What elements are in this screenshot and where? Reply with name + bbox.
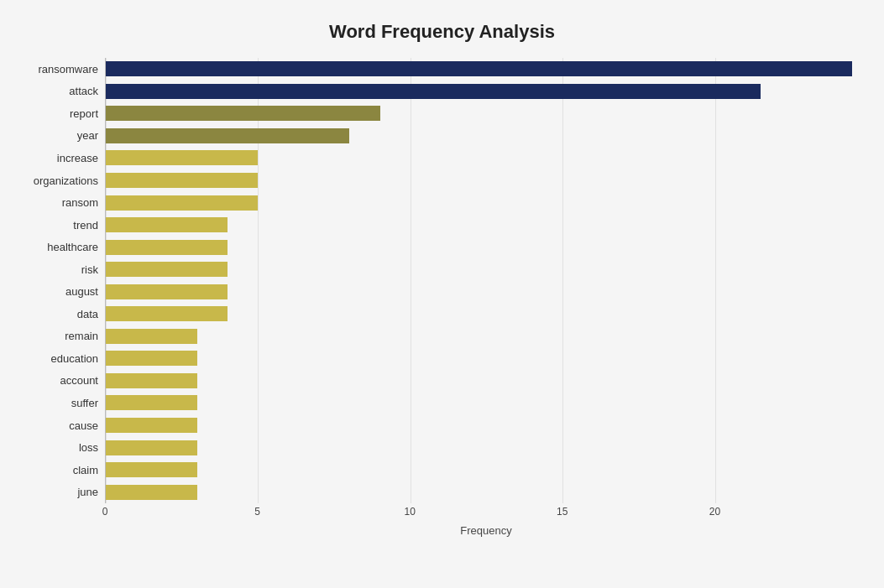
bar-education: [106, 351, 197, 366]
bar-account: [106, 373, 197, 388]
bar-august: [106, 284, 228, 299]
bar-row: [106, 171, 867, 190]
bar-row: [106, 304, 867, 323]
bar-row: [106, 104, 867, 122]
x-tick: 20: [709, 506, 720, 518]
x-tick: 5: [254, 506, 260, 518]
bar-row: [106, 194, 867, 212]
y-label-remain: remain: [65, 327, 98, 346]
bar-row: [106, 327, 867, 346]
bar-row: [106, 483, 867, 502]
bar-ransom: [106, 195, 258, 211]
y-label-year: year: [77, 127, 98, 145]
bar-cause: [106, 418, 197, 433]
bar-row: [106, 60, 867, 78]
bar-report: [106, 106, 380, 121]
bar-ransomware: [106, 61, 852, 76]
y-axis: ransomwareattackreportyearincreaseorgani…: [17, 58, 105, 503]
bar-row: [106, 82, 867, 101]
y-label-healthcare: healthcare: [47, 238, 98, 257]
chart-container: Word Frequency Analysis ransomwareattack…: [0, 0, 884, 588]
y-label-cause: cause: [69, 416, 98, 434]
bar-june: [106, 485, 197, 500]
y-label-account: account: [60, 372, 98, 390]
bar-risk: [106, 262, 228, 277]
y-label-data: data: [77, 304, 98, 323]
bar-row: [106, 393, 867, 412]
y-label-report: report: [70, 104, 98, 122]
y-label-claim: claim: [73, 461, 98, 479]
y-label-ransom: ransom: [62, 194, 98, 212]
chart-title: Word Frequency Analysis: [17, 17, 867, 43]
bar-row: [106, 416, 867, 434]
bar-row: [106, 349, 867, 367]
y-label-risk: risk: [81, 260, 98, 278]
y-label-august: august: [65, 283, 98, 301]
y-label-education: education: [51, 349, 98, 367]
bar-row: [106, 283, 867, 301]
y-label-organizations: organizations: [34, 171, 98, 190]
x-tick: 0: [102, 506, 108, 518]
bar-row: [106, 238, 867, 257]
bar-row: [106, 372, 867, 390]
bar-suffer: [106, 395, 197, 410]
y-label-attack: attack: [69, 82, 98, 101]
bar-row: [106, 461, 867, 479]
bar-row: [106, 216, 867, 234]
bar-remain: [106, 329, 197, 344]
x-tick: 15: [557, 506, 568, 518]
bar-row: [106, 260, 867, 278]
y-label-loss: loss: [79, 439, 98, 457]
bar-loss: [106, 440, 197, 455]
bar-row: [106, 439, 867, 457]
bar-year: [106, 128, 349, 143]
bar-claim: [106, 462, 197, 477]
bar-healthcare: [106, 240, 228, 255]
x-axis-label: Frequency: [105, 524, 867, 537]
y-label-ransomware: ransomware: [38, 60, 98, 78]
bar-attack: [106, 84, 761, 99]
bar-row: [106, 148, 867, 167]
x-axis: 05101520 Frequency: [105, 506, 867, 537]
bar-organizations: [106, 173, 258, 188]
bar-data: [106, 306, 228, 321]
bar-increase: [106, 150, 258, 165]
y-label-increase: increase: [57, 148, 98, 167]
bar-row: [106, 127, 867, 145]
plot-area: [105, 58, 867, 503]
y-label-june: june: [77, 483, 98, 502]
x-tick: 10: [405, 506, 416, 518]
y-label-suffer: suffer: [71, 393, 98, 412]
bar-trend: [106, 217, 228, 232]
y-label-trend: trend: [73, 216, 98, 234]
